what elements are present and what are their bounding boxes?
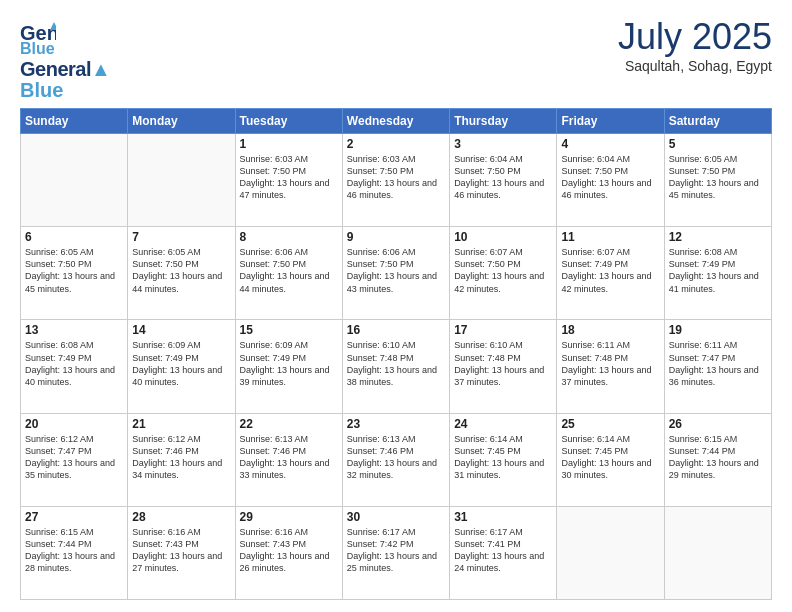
calendar-cell: 27Sunrise: 6:15 AM Sunset: 7:44 PM Dayli…: [21, 506, 128, 599]
day-info: Sunrise: 6:17 AM Sunset: 7:42 PM Dayligh…: [347, 526, 445, 575]
header: General Blue General▲ Blue July 2025 Saq…: [20, 16, 772, 100]
calendar-cell: [128, 134, 235, 227]
day-number: 17: [454, 323, 552, 337]
day-header-thursday: Thursday: [450, 109, 557, 134]
day-info: Sunrise: 6:09 AM Sunset: 7:49 PM Dayligh…: [132, 339, 230, 388]
day-number: 18: [561, 323, 659, 337]
day-number: 21: [132, 417, 230, 431]
day-info: Sunrise: 6:07 AM Sunset: 7:49 PM Dayligh…: [561, 246, 659, 295]
logo-icon: General Blue: [20, 20, 56, 56]
calendar-cell: 14Sunrise: 6:09 AM Sunset: 7:49 PM Dayli…: [128, 320, 235, 413]
day-info: Sunrise: 6:14 AM Sunset: 7:45 PM Dayligh…: [561, 433, 659, 482]
day-number: 31: [454, 510, 552, 524]
calendar-cell: 25Sunrise: 6:14 AM Sunset: 7:45 PM Dayli…: [557, 413, 664, 506]
calendar-week-row: 6Sunrise: 6:05 AM Sunset: 7:50 PM Daylig…: [21, 227, 772, 320]
calendar-cell: 9Sunrise: 6:06 AM Sunset: 7:50 PM Daylig…: [342, 227, 449, 320]
svg-text:Blue: Blue: [20, 40, 55, 56]
calendar-cell: 5Sunrise: 6:05 AM Sunset: 7:50 PM Daylig…: [664, 134, 771, 227]
calendar-cell: 29Sunrise: 6:16 AM Sunset: 7:43 PM Dayli…: [235, 506, 342, 599]
day-number: 9: [347, 230, 445, 244]
calendar-cell: 12Sunrise: 6:08 AM Sunset: 7:49 PM Dayli…: [664, 227, 771, 320]
calendar-cell: [557, 506, 664, 599]
day-number: 26: [669, 417, 767, 431]
calendar-cell: 11Sunrise: 6:07 AM Sunset: 7:49 PM Dayli…: [557, 227, 664, 320]
day-number: 30: [347, 510, 445, 524]
title-block: July 2025 Saqultah, Sohag, Egypt: [618, 16, 772, 74]
day-info: Sunrise: 6:04 AM Sunset: 7:50 PM Dayligh…: [561, 153, 659, 202]
logo-blue: Blue: [20, 80, 63, 100]
day-header-wednesday: Wednesday: [342, 109, 449, 134]
page: General Blue General▲ Blue July 2025 Saq…: [0, 0, 792, 612]
location: Saqultah, Sohag, Egypt: [618, 58, 772, 74]
calendar-cell: 6Sunrise: 6:05 AM Sunset: 7:50 PM Daylig…: [21, 227, 128, 320]
day-info: Sunrise: 6:10 AM Sunset: 7:48 PM Dayligh…: [454, 339, 552, 388]
day-number: 3: [454, 137, 552, 151]
calendar-cell: 30Sunrise: 6:17 AM Sunset: 7:42 PM Dayli…: [342, 506, 449, 599]
day-header-monday: Monday: [128, 109, 235, 134]
day-number: 13: [25, 323, 123, 337]
calendar-cell: 19Sunrise: 6:11 AM Sunset: 7:47 PM Dayli…: [664, 320, 771, 413]
calendar-week-row: 20Sunrise: 6:12 AM Sunset: 7:47 PM Dayli…: [21, 413, 772, 506]
day-number: 5: [669, 137, 767, 151]
day-info: Sunrise: 6:13 AM Sunset: 7:46 PM Dayligh…: [240, 433, 338, 482]
calendar-cell: 2Sunrise: 6:03 AM Sunset: 7:50 PM Daylig…: [342, 134, 449, 227]
calendar-cell: 26Sunrise: 6:15 AM Sunset: 7:44 PM Dayli…: [664, 413, 771, 506]
day-number: 15: [240, 323, 338, 337]
day-number: 29: [240, 510, 338, 524]
calendar-cell: 31Sunrise: 6:17 AM Sunset: 7:41 PM Dayli…: [450, 506, 557, 599]
day-header-sunday: Sunday: [21, 109, 128, 134]
calendar-cell: 13Sunrise: 6:08 AM Sunset: 7:49 PM Dayli…: [21, 320, 128, 413]
day-number: 28: [132, 510, 230, 524]
calendar-cell: 8Sunrise: 6:06 AM Sunset: 7:50 PM Daylig…: [235, 227, 342, 320]
day-number: 22: [240, 417, 338, 431]
day-info: Sunrise: 6:05 AM Sunset: 7:50 PM Dayligh…: [132, 246, 230, 295]
day-number: 23: [347, 417, 445, 431]
day-number: 14: [132, 323, 230, 337]
day-number: 19: [669, 323, 767, 337]
day-number: 25: [561, 417, 659, 431]
logo-general: General: [20, 58, 91, 80]
day-number: 16: [347, 323, 445, 337]
calendar-week-row: 13Sunrise: 6:08 AM Sunset: 7:49 PM Dayli…: [21, 320, 772, 413]
day-number: 20: [25, 417, 123, 431]
day-info: Sunrise: 6:08 AM Sunset: 7:49 PM Dayligh…: [25, 339, 123, 388]
calendar-cell: [664, 506, 771, 599]
day-number: 27: [25, 510, 123, 524]
calendar-cell: 1Sunrise: 6:03 AM Sunset: 7:50 PM Daylig…: [235, 134, 342, 227]
calendar-header-row: SundayMondayTuesdayWednesdayThursdayFrid…: [21, 109, 772, 134]
day-number: 12: [669, 230, 767, 244]
day-info: Sunrise: 6:05 AM Sunset: 7:50 PM Dayligh…: [669, 153, 767, 202]
day-number: 10: [454, 230, 552, 244]
calendar-cell: 7Sunrise: 6:05 AM Sunset: 7:50 PM Daylig…: [128, 227, 235, 320]
day-info: Sunrise: 6:16 AM Sunset: 7:43 PM Dayligh…: [132, 526, 230, 575]
day-info: Sunrise: 6:12 AM Sunset: 7:46 PM Dayligh…: [132, 433, 230, 482]
day-info: Sunrise: 6:06 AM Sunset: 7:50 PM Dayligh…: [240, 246, 338, 295]
day-info: Sunrise: 6:16 AM Sunset: 7:43 PM Dayligh…: [240, 526, 338, 575]
day-info: Sunrise: 6:08 AM Sunset: 7:49 PM Dayligh…: [669, 246, 767, 295]
day-info: Sunrise: 6:11 AM Sunset: 7:48 PM Dayligh…: [561, 339, 659, 388]
day-number: 7: [132, 230, 230, 244]
day-number: 8: [240, 230, 338, 244]
day-info: Sunrise: 6:12 AM Sunset: 7:47 PM Dayligh…: [25, 433, 123, 482]
calendar-cell: 17Sunrise: 6:10 AM Sunset: 7:48 PM Dayli…: [450, 320, 557, 413]
calendar-cell: 23Sunrise: 6:13 AM Sunset: 7:46 PM Dayli…: [342, 413, 449, 506]
day-number: 6: [25, 230, 123, 244]
day-info: Sunrise: 6:09 AM Sunset: 7:49 PM Dayligh…: [240, 339, 338, 388]
day-header-saturday: Saturday: [664, 109, 771, 134]
logo-triangle-shape: ▲: [91, 58, 110, 80]
day-info: Sunrise: 6:03 AM Sunset: 7:50 PM Dayligh…: [347, 153, 445, 202]
calendar-cell: 15Sunrise: 6:09 AM Sunset: 7:49 PM Dayli…: [235, 320, 342, 413]
calendar-week-row: 27Sunrise: 6:15 AM Sunset: 7:44 PM Dayli…: [21, 506, 772, 599]
day-info: Sunrise: 6:05 AM Sunset: 7:50 PM Dayligh…: [25, 246, 123, 295]
calendar-week-row: 1Sunrise: 6:03 AM Sunset: 7:50 PM Daylig…: [21, 134, 772, 227]
calendar-cell: 3Sunrise: 6:04 AM Sunset: 7:50 PM Daylig…: [450, 134, 557, 227]
day-info: Sunrise: 6:13 AM Sunset: 7:46 PM Dayligh…: [347, 433, 445, 482]
day-number: 4: [561, 137, 659, 151]
calendar-cell: 18Sunrise: 6:11 AM Sunset: 7:48 PM Dayli…: [557, 320, 664, 413]
day-info: Sunrise: 6:14 AM Sunset: 7:45 PM Dayligh…: [454, 433, 552, 482]
calendar-cell: 21Sunrise: 6:12 AM Sunset: 7:46 PM Dayli…: [128, 413, 235, 506]
calendar-cell: 16Sunrise: 6:10 AM Sunset: 7:48 PM Dayli…: [342, 320, 449, 413]
day-info: Sunrise: 6:10 AM Sunset: 7:48 PM Dayligh…: [347, 339, 445, 388]
calendar-cell: 4Sunrise: 6:04 AM Sunset: 7:50 PM Daylig…: [557, 134, 664, 227]
calendar-cell: 24Sunrise: 6:14 AM Sunset: 7:45 PM Dayli…: [450, 413, 557, 506]
